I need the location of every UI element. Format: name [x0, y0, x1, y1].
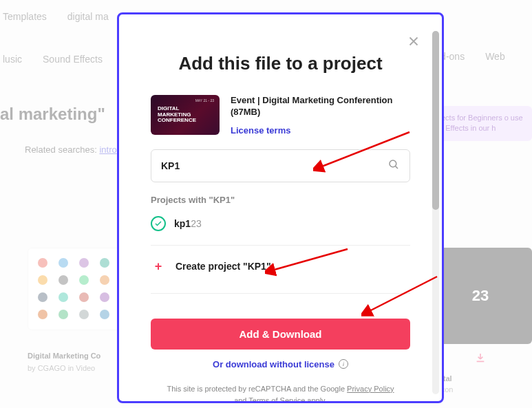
privacy-policy-link[interactable]: Privacy Policy — [347, 385, 394, 393]
bg-card-right: 23 Digital by Icon — [429, 248, 532, 394]
bg-card-left-title: Digital Marketing Co — [28, 330, 124, 361]
info-icon: i — [339, 359, 348, 369]
create-project-row[interactable]: + Create project "KP1" — [151, 257, 410, 290]
projects-with-label: Projects with "KP1" — [151, 195, 410, 205]
bg-related-label: Related searches: — [25, 144, 97, 155]
bg-card-icons — [28, 248, 124, 330]
bg-card-left-sub: by CGAGO in Video — [28, 361, 124, 372]
add-to-project-modal: Add this file to a project MAY 21 - 23 D… — [117, 12, 444, 403]
bg-nav-link: digital ma — [67, 11, 109, 22]
project-search-box[interactable] — [151, 149, 410, 182]
modal-title: Add this file to a project — [151, 53, 410, 74]
search-icon — [387, 158, 400, 173]
bg-card-right-sub: by Icon — [429, 383, 532, 394]
bg-nav-link: Web — [485, 51, 505, 62]
bg-nav-link: Templates — [3, 11, 47, 22]
create-project-label: Create project "KP1" — [175, 261, 271, 272]
file-info: Event | Digital Marketing Conferention (… — [231, 95, 410, 136]
download-icon — [429, 352, 532, 366]
divider — [151, 245, 410, 246]
license-terms-link[interactable]: License terms — [231, 125, 410, 136]
file-title: Event | Digital Marketing Conferention (… — [231, 95, 410, 118]
project-name: kp123 — [174, 218, 202, 229]
bg-nav-link: lusic — [3, 54, 22, 65]
add-download-button[interactable]: Add & Download — [151, 319, 410, 350]
divider — [151, 293, 410, 294]
check-circle-icon — [151, 216, 166, 231]
project-search-input[interactable] — [161, 160, 387, 171]
recaptcha-legal-text: This site is protected by reCAPTCHA and … — [151, 383, 410, 403]
thumbnail-text: CONFERENCE — [158, 118, 213, 124]
terms-of-service-link[interactable]: Terms of Service — [248, 396, 305, 403]
svg-point-0 — [390, 160, 396, 167]
bg-card-left: Digital Marketing Co by CGAGO in Video — [28, 248, 124, 372]
bg-thumb-right: 23 — [429, 248, 532, 344]
project-list-item[interactable]: kp123 — [151, 213, 410, 242]
plus-icon: + — [151, 259, 166, 274]
close-button[interactable] — [406, 34, 421, 52]
download-without-license-link[interactable]: Or download without license i — [151, 359, 410, 369]
bg-card-right-title: Digital — [429, 366, 532, 383]
bg-related-link: intro — [99, 144, 116, 155]
file-thumbnail: MAY 21 - 23 DIGITAL MARKETING CONFERENCE — [151, 95, 220, 135]
scrollbar-thumb[interactable] — [432, 31, 439, 210]
bg-nav-link: Sound Effects — [43, 54, 103, 65]
file-info-row: MAY 21 - 23 DIGITAL MARKETING CONFERENCE… — [151, 95, 410, 136]
thumbnail-dates: MAY 21 - 23 — [195, 99, 214, 103]
